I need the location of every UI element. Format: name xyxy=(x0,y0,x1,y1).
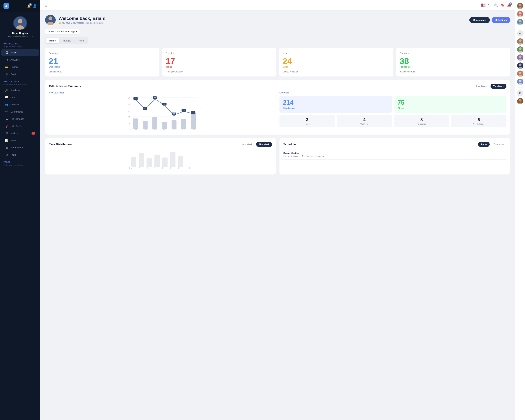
issues-more-icon[interactable]: ⋮ xyxy=(387,51,390,55)
schedule-today-btn[interactable]: Today xyxy=(478,142,490,147)
sidebar-item-crypto[interactable]: ◎ Crypto xyxy=(1,71,39,77)
github-issues-header: Github Issues Summary Last Week This Wee… xyxy=(49,84,506,89)
sidebar-item-scrumboard[interactable]: ▦ Scrumboard xyxy=(1,144,39,151)
notifications-button[interactable]: 🔔 3 xyxy=(27,4,31,8)
right-avatar-2[interactable] xyxy=(517,19,524,25)
sidebar-username: Brian Hughes xyxy=(12,32,28,35)
sidebar-item-filemanager-label: File Manager xyxy=(10,118,24,120)
needstriage-label: Needs Triage xyxy=(453,123,505,125)
right-avatar-0[interactable] xyxy=(517,3,524,9)
right-avatar-4[interactable] xyxy=(517,46,524,53)
schedule-toggle: Today Tomorrow xyxy=(478,142,506,147)
github-issues-section: Github Issues Summary Last Week This Wee… xyxy=(45,80,510,135)
app-logo[interactable]: ◆ xyxy=(3,3,9,9)
tasks-icon: ⊙ xyxy=(5,153,8,157)
stat-card-features: Features ⋮ 38 Proposals Implemented: 16 xyxy=(396,48,510,76)
project-selector[interactable]: ACME Corp. Backend App ▾ xyxy=(45,29,80,35)
task-dist-last-week-btn[interactable]: Last Week xyxy=(239,142,255,147)
settings-button[interactable]: ⚙ Settings xyxy=(492,17,510,23)
sidebar-item-ecommerce[interactable]: 🛒 ECommerce › xyxy=(1,108,39,115)
right-avatar-5[interactable] xyxy=(517,55,524,61)
svg-text:27: 27 xyxy=(128,110,130,112)
fixed-label: Fixed xyxy=(281,123,333,125)
right-avatar-9[interactable] xyxy=(517,98,524,104)
svg-rect-62 xyxy=(178,156,183,167)
new-issues-num: 214 xyxy=(283,99,388,106)
sidebar-item-mailbox[interactable]: ✉ Mailbox 27 xyxy=(1,130,39,137)
bookmark-icon[interactable]: 🔖 xyxy=(500,3,504,7)
sidebar-item-finance[interactable]: 💳 Finance xyxy=(1,64,39,70)
user-profile-button[interactable]: 👤 xyxy=(33,4,37,8)
wontfix-label: Won't Fix xyxy=(338,123,390,125)
schedule-time: in 32 minutes xyxy=(288,155,299,157)
svg-point-74 xyxy=(519,12,522,14)
features-more-icon[interactable]: ⋮ xyxy=(504,51,507,55)
tab-home[interactable]: Home xyxy=(46,38,59,43)
sidebar-item-filemanager[interactable]: ☁ File Manager xyxy=(1,115,39,122)
right-avatar-letter-m2[interactable]: M xyxy=(517,90,524,96)
sidebar-item-project[interactable]: ☑ Project xyxy=(1,49,39,56)
schedule-tomorrow-btn[interactable]: Tomorrow xyxy=(491,142,506,147)
task-dist-header: Task Distribution Last Week This Week xyxy=(49,142,272,147)
right-avatar-8[interactable] xyxy=(517,79,524,85)
tabs: Home Budget Team xyxy=(45,37,88,44)
welcome-avatar xyxy=(45,15,56,25)
overdue-sub: Tasks xyxy=(166,65,273,68)
pages-section-sublabel: Custom made page designs xyxy=(0,164,40,167)
right-avatar-7[interactable] xyxy=(517,71,524,77)
svg-rect-58 xyxy=(147,158,152,167)
schedule-time-icon: 🕐 xyxy=(283,155,286,157)
svg-text:20: 20 xyxy=(173,113,175,115)
wontfix-num: 4 xyxy=(338,117,390,122)
github-inner: New vs. Closed 0 9 18 27 36 45 xyxy=(49,92,506,131)
overdue-footer: From yesterday: 9 xyxy=(166,71,273,73)
crypto-icon: ◎ xyxy=(5,73,8,76)
overdue-more-icon[interactable]: ⋮ xyxy=(270,51,273,55)
right-avatar-6[interactable] xyxy=(517,63,524,69)
svg-text:S: S xyxy=(178,167,179,169)
chart-label: New vs. Closed xyxy=(49,92,276,94)
svg-rect-61 xyxy=(170,152,176,167)
sidebar-user-section: Brian Hughes hughes.brian@company.com xyxy=(0,12,40,40)
inbox-icon[interactable]: 📥 5 xyxy=(507,3,511,7)
task-dist-week-toggle: Last Week This Week xyxy=(239,142,272,147)
github-last-week-btn[interactable]: Last Week xyxy=(474,84,489,89)
scrumboard-icon: ▦ xyxy=(5,146,8,149)
flag-icon[interactable]: 🇺🇸 xyxy=(481,3,486,8)
schedule-location: Conference room 1B xyxy=(306,155,324,157)
task-dist-svg: 0 40 M T W T F xyxy=(49,150,272,169)
right-avatar-1[interactable] xyxy=(517,11,524,17)
sidebar-item-analytics[interactable]: ◔ Analytics xyxy=(1,56,39,63)
summary-more-icon[interactable]: ⋮ xyxy=(153,51,156,55)
sidebar-item-mailbox-label: Mailbox xyxy=(10,132,18,135)
fixed-num: 3 xyxy=(281,117,333,122)
reopened-num: 8 xyxy=(396,117,448,122)
svg-rect-20 xyxy=(152,117,157,129)
sidebar-item-notes[interactable]: 📝 Notes xyxy=(1,137,39,144)
svg-text:18: 18 xyxy=(128,116,130,118)
sidebar-item-notes-label: Notes xyxy=(10,139,17,142)
messages-button[interactable]: ✉ Messages xyxy=(469,17,490,23)
menu-icon[interactable]: ☰ xyxy=(45,3,47,7)
right-avatar-3[interactable] xyxy=(517,38,524,45)
svg-text:28: 28 xyxy=(144,107,146,109)
sidebar-item-academy[interactable]: 🎓 Academy xyxy=(1,87,39,94)
sidebar-item-tasks[interactable]: ⊙ Tasks xyxy=(1,151,39,158)
summary-big-num: 21 xyxy=(49,57,156,65)
sidebar-item-chat[interactable]: 💬 Chat xyxy=(1,94,39,101)
right-sidebar: M M xyxy=(515,0,525,420)
issues-title: Issues ⋮ xyxy=(283,51,390,55)
tab-team[interactable]: Team xyxy=(75,38,87,43)
github-this-week-btn[interactable]: This Week xyxy=(490,84,506,89)
tab-budget[interactable]: Budget xyxy=(60,38,74,43)
task-dist-this-week-btn[interactable]: This Week xyxy=(256,142,272,147)
right-avatar-letter-m1[interactable]: M xyxy=(517,30,524,37)
sidebar-item-contacts[interactable]: 👥 Contacts xyxy=(1,101,39,108)
schedule-arrow-icon[interactable]: › xyxy=(506,153,506,156)
chart-svg: 0 9 18 27 36 45 xyxy=(49,96,276,131)
fullscreen-icon[interactable]: ⛶ xyxy=(488,4,491,7)
sidebar-item-helpcenter[interactable]: ❓ Help Center › xyxy=(1,123,39,130)
svg-text:F: F xyxy=(162,167,163,169)
search-icon[interactable]: 🔍 xyxy=(494,3,498,7)
mini-card-needstriage: 6 Needs Triage xyxy=(451,115,506,127)
